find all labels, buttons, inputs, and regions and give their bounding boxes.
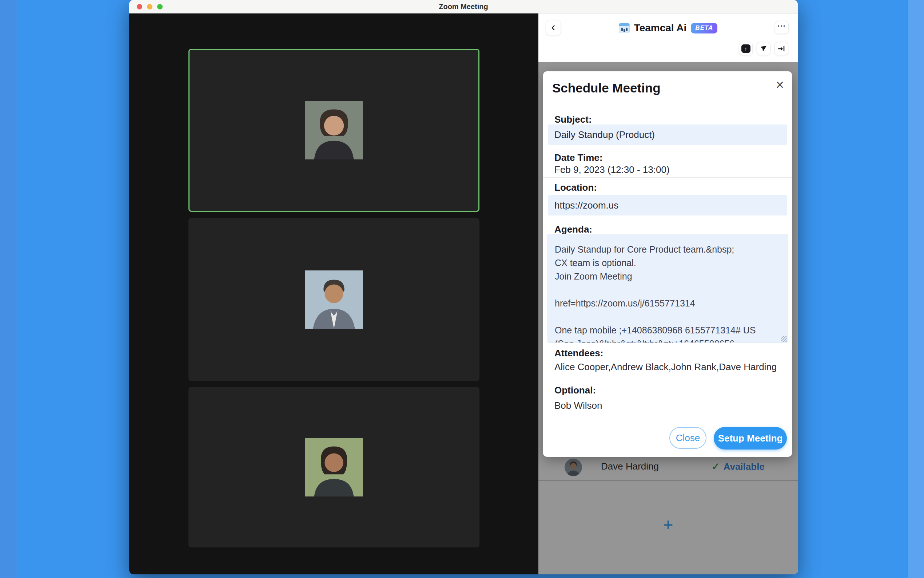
location-value: https://zoom.us [554,200,618,211]
datetime-label: Date Time: [554,152,602,164]
subject-label: Subject: [554,114,592,125]
window-title: Zoom Meeting [439,3,488,11]
video-gallery [129,13,538,574]
modal-header: Schedule Meeting × [543,71,792,108]
video-tile-2[interactable] [188,218,479,381]
textarea-resize-handle[interactable] [782,336,787,342]
modal-title: Schedule Meeting [552,81,660,95]
window-titlebar[interactable]: Zoom Meeting [129,0,798,13]
close-icon[interactable]: × [776,78,784,92]
video-tile-1-active-speaker[interactable] [188,49,479,212]
more-options-button[interactable]: ··· [775,21,789,34]
window-controls [137,4,163,10]
calendar-app-icon [619,23,630,33]
upload-icon: ↑ [741,44,751,53]
divider [543,418,792,418]
app-title-row: Teamcal Ai BETA [538,22,798,34]
subject-value: Daily Standup (Product) [554,129,655,141]
datetime-value: Feb 9, 2023 (12:30 - 13:00) [554,164,670,175]
attendees-label: Attendees: [554,347,603,359]
participant-avatar [305,438,363,497]
video-tile-3[interactable] [188,387,479,547]
minimize-window-button[interactable] [147,4,152,10]
teamcal-sidebar-panel: ‹ Teamcal Ai BETA ··· ↑ [538,13,798,574]
sidebar-header: ‹ Teamcal Ai BETA ··· ↑ [538,13,798,62]
optional-value: Bob Wilson [554,400,602,411]
location-input[interactable]: https://zoom.us [548,195,787,216]
send-icon [760,45,767,53]
beta-badge: BETA [691,23,717,34]
send-button[interactable] [757,42,770,55]
setup-meeting-button[interactable]: Setup Meeting [714,427,787,450]
collapse-panel-button[interactable] [775,42,788,55]
close-window-button[interactable] [137,4,142,10]
ellipsis-icon: ··· [778,22,786,30]
fullscreen-window-button[interactable] [157,4,163,10]
subject-input[interactable]: Daily Standup (Product) [548,125,787,145]
sidebar-toolbar: ↑ [739,42,788,55]
participant-avatar [305,101,363,159]
divider [543,177,792,178]
app-title: Teamcal Ai [634,22,687,34]
close-button[interactable]: Close [669,427,706,449]
participant-avatar [305,270,363,329]
optional-label: Optional: [554,385,596,396]
zoom-meeting-window: Zoom Meeting [129,0,798,574]
upload-button[interactable]: ↑ [739,42,752,55]
skip-to-end-icon [777,45,786,52]
agenda-textarea[interactable]: Daily Standup for Core Product team.&nbs… [547,234,788,343]
schedule-meeting-modal: Schedule Meeting × Subject: Daily Standu… [543,71,792,457]
attendees-value: Alice Cooper,Andrew Black,John Rank,Dave… [554,361,783,373]
desktop-background [908,0,924,578]
location-label: Location: [554,182,597,193]
desktop-background [0,0,18,578]
